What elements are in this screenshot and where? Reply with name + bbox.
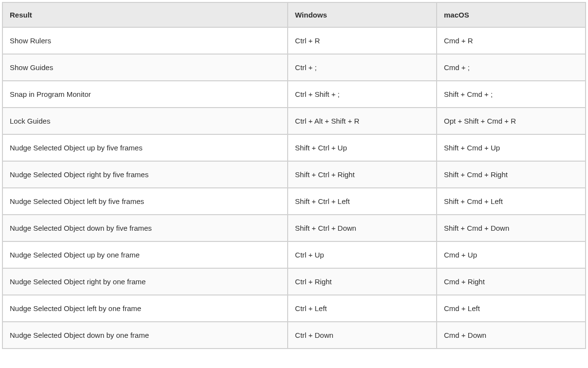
cell-macos: Cmd + ; — [437, 55, 585, 80]
cell-result: Nudge Selected Object left by five frame… — [3, 188, 287, 214]
cell-windows: Shift + Ctrl + Left — [288, 188, 436, 214]
table-row: Show Rulers Ctrl + R Cmd + R — [3, 28, 585, 54]
table-row: Lock Guides Ctrl + Alt + Shift + R Opt +… — [3, 108, 585, 134]
cell-macos: Cmd + Down — [437, 322, 585, 348]
cell-macos: Cmd + R — [437, 28, 585, 54]
cell-macos: Shift + Cmd + ; — [437, 81, 585, 107]
cell-result: Nudge Selected Object down by five frame… — [3, 215, 287, 241]
cell-macos: Shift + Cmd + Up — [437, 135, 585, 161]
cell-macos: Cmd + Right — [437, 269, 585, 294]
cell-result: Show Guides — [3, 55, 287, 80]
table-row: Show Guides Ctrl + ; Cmd + ; — [3, 55, 585, 80]
cell-result: Nudge Selected Object up by one frame — [3, 242, 287, 268]
cell-windows: Ctrl + Shift + ; — [288, 81, 436, 107]
table-row: Nudge Selected Object up by one frame Ct… — [3, 242, 585, 268]
table-row: Nudge Selected Object down by one frame … — [3, 322, 585, 348]
cell-windows: Shift + Ctrl + Down — [288, 215, 436, 241]
cell-windows: Ctrl + Right — [288, 269, 436, 294]
header-windows: Windows — [288, 3, 436, 27]
header-macos: macOS — [437, 3, 585, 27]
cell-macos: Opt + Shift + Cmd + R — [437, 108, 585, 134]
cell-result: Show Rulers — [3, 28, 287, 54]
cell-windows: Ctrl + Alt + Shift + R — [288, 108, 436, 134]
cell-result: Nudge Selected Object left by one frame — [3, 295, 287, 321]
cell-macos: Shift + Cmd + Down — [437, 215, 585, 241]
cell-windows: Ctrl + Left — [288, 295, 436, 321]
table-row: Nudge Selected Object up by five frames … — [3, 135, 585, 161]
cell-windows: Ctrl + Down — [288, 322, 436, 348]
cell-macos: Cmd + Up — [437, 242, 585, 268]
cell-result: Nudge Selected Object right by one frame — [3, 269, 287, 294]
cell-result: Nudge Selected Object up by five frames — [3, 135, 287, 161]
cell-result: Snap in Program Monitor — [3, 81, 287, 107]
table-row: Snap in Program Monitor Ctrl + Shift + ;… — [3, 81, 585, 107]
cell-result: Lock Guides — [3, 108, 287, 134]
table-row: Nudge Selected Object left by five frame… — [3, 188, 585, 214]
cell-windows: Shift + Ctrl + Up — [288, 135, 436, 161]
cell-windows: Ctrl + R — [288, 28, 436, 54]
table-header-row: Result Windows macOS — [3, 3, 585, 27]
table-row: Nudge Selected Object right by one frame… — [3, 269, 585, 294]
cell-windows: Shift + Ctrl + Right — [288, 162, 436, 187]
cell-result: Nudge Selected Object down by one frame — [3, 322, 287, 348]
table-row: Nudge Selected Object right by five fram… — [3, 162, 585, 187]
cell-windows: Ctrl + ; — [288, 55, 436, 80]
shortcuts-table: Result Windows macOS Show Rulers Ctrl + … — [2, 2, 586, 349]
cell-result: Nudge Selected Object right by five fram… — [3, 162, 287, 187]
table-row: Nudge Selected Object down by five frame… — [3, 215, 585, 241]
cell-macos: Cmd + Left — [437, 295, 585, 321]
cell-macos: Shift + Cmd + Right — [437, 162, 585, 187]
table-body: Show Rulers Ctrl + R Cmd + R Show Guides… — [3, 28, 585, 348]
cell-macos: Shift + Cmd + Left — [437, 188, 585, 214]
header-result: Result — [3, 3, 287, 27]
cell-windows: Ctrl + Up — [288, 242, 436, 268]
table-row: Nudge Selected Object left by one frame … — [3, 295, 585, 321]
